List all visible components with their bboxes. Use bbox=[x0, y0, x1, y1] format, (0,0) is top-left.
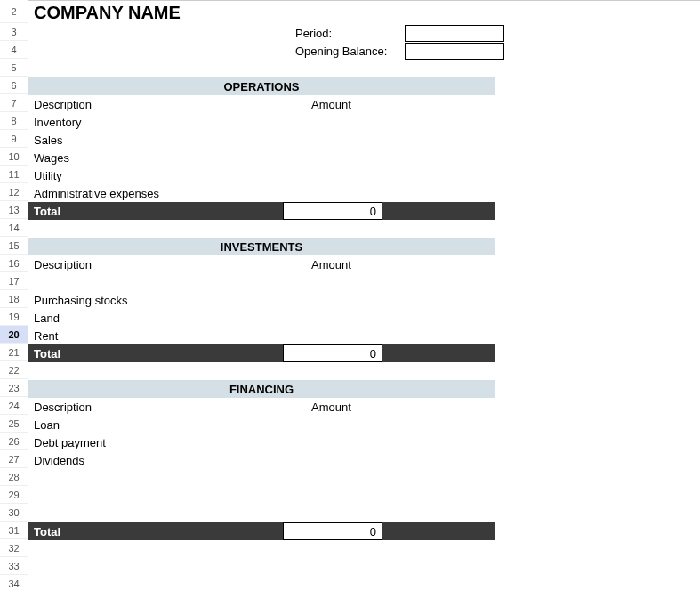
financing-item[interactable]: Debt payment bbox=[28, 433, 700, 451]
row-header[interactable]: 13 bbox=[0, 201, 28, 219]
col-amount: Amount bbox=[311, 401, 351, 414]
row-header[interactable]: 10 bbox=[0, 148, 28, 166]
row-header[interactable]: 19 bbox=[0, 308, 28, 326]
col-amount: Amount bbox=[311, 258, 351, 271]
operations-header: OPERATIONS bbox=[28, 77, 495, 95]
item-label: Loan bbox=[34, 418, 60, 432]
opening-balance-input[interactable] bbox=[405, 43, 504, 60]
row-header[interactable]: 11 bbox=[0, 166, 28, 183]
row-header[interactable]: 23 bbox=[0, 379, 28, 397]
row-header[interactable]: 16 bbox=[0, 255, 28, 272]
total-label: Total bbox=[28, 522, 283, 540]
empty-row[interactable] bbox=[28, 576, 700, 591]
item-label: Debt payment bbox=[34, 436, 106, 449]
row-header[interactable]: 21 bbox=[0, 344, 28, 361]
financing-total-row[interactable]: Total 0 bbox=[28, 522, 495, 540]
row-header[interactable]: 15 bbox=[0, 237, 28, 255]
investments-columns[interactable]: Description Amount bbox=[28, 255, 700, 273]
item-label: Sales bbox=[34, 134, 63, 147]
total-tail bbox=[382, 522, 495, 540]
item-label: Dividends bbox=[34, 454, 84, 467]
sheet-content[interactable]: COMPANY NAME Period: Opening Balance: OP… bbox=[28, 0, 700, 591]
financing-header: FINANCING bbox=[28, 380, 495, 398]
empty-row[interactable] bbox=[28, 220, 700, 238]
row-header[interactable]: 28 bbox=[0, 468, 28, 486]
row-header[interactable]: 5 bbox=[0, 59, 28, 77]
investments-total-value[interactable]: 0 bbox=[283, 344, 382, 362]
row-header-active[interactable]: 20 bbox=[0, 326, 28, 344]
empty-row[interactable] bbox=[28, 540, 700, 558]
operations-total-value[interactable]: 0 bbox=[283, 202, 382, 220]
opening-balance-label: Opening Balance: bbox=[295, 45, 387, 58]
financing-total-value[interactable]: 0 bbox=[283, 522, 382, 540]
spreadsheet: 2 3 4 5 6 7 8 9 10 11 12 13 14 15 16 17 … bbox=[0, 0, 700, 591]
row-header[interactable]: 30 bbox=[0, 504, 28, 522]
financing-item[interactable] bbox=[28, 487, 700, 505]
row-header[interactable]: 32 bbox=[0, 539, 28, 557]
investments-item[interactable]: Rent bbox=[28, 327, 700, 344]
operations-total-row[interactable]: Total 0 bbox=[28, 202, 495, 220]
row-headers: 2 3 4 5 6 7 8 9 10 11 12 13 14 15 16 17 … bbox=[0, 0, 28, 591]
row-header[interactable]: 31 bbox=[0, 522, 28, 539]
financing-item[interactable]: Dividends bbox=[28, 451, 700, 469]
item-label: Rent bbox=[34, 329, 58, 343]
investments-total-row[interactable]: Total 0 bbox=[28, 344, 495, 362]
item-label: Land bbox=[34, 312, 60, 325]
total-label: Total bbox=[28, 202, 283, 220]
financing-item[interactable] bbox=[28, 505, 700, 522]
row-header[interactable]: 3 bbox=[0, 23, 28, 41]
col-amount: Amount bbox=[311, 98, 351, 111]
row-header[interactable]: 26 bbox=[0, 433, 28, 450]
investments-item[interactable]: Purchasing stocks bbox=[28, 291, 700, 309]
operations-item[interactable]: Administrative expenses bbox=[28, 184, 700, 202]
period-row[interactable]: Period: bbox=[28, 24, 700, 42]
row-header[interactable]: 6 bbox=[0, 77, 28, 94]
row-header[interactable]: 12 bbox=[0, 183, 28, 201]
row-header[interactable]: 29 bbox=[0, 486, 28, 504]
row-header[interactable]: 14 bbox=[0, 219, 28, 237]
row-header[interactable]: 17 bbox=[0, 272, 28, 290]
row-header[interactable]: 27 bbox=[0, 450, 28, 468]
item-label: Inventory bbox=[34, 116, 81, 129]
financing-item[interactable] bbox=[28, 469, 700, 487]
operations-item[interactable]: Wages bbox=[28, 149, 700, 166]
row-header[interactable]: 25 bbox=[0, 415, 28, 433]
col-description: Description bbox=[28, 401, 311, 414]
col-description: Description bbox=[28, 98, 311, 111]
operations-item[interactable]: Utility bbox=[28, 166, 700, 184]
investments-item[interactable]: Land bbox=[28, 309, 700, 327]
company-title: COMPANY NAME bbox=[34, 3, 181, 23]
item-label: Purchasing stocks bbox=[34, 294, 128, 307]
empty-row[interactable] bbox=[28, 362, 700, 380]
row-header[interactable]: 8 bbox=[0, 112, 28, 130]
row-header[interactable]: 9 bbox=[0, 130, 28, 148]
item-label: Administrative expenses bbox=[34, 187, 159, 200]
investments-item[interactable] bbox=[28, 273, 700, 291]
title-row[interactable]: COMPANY NAME bbox=[28, 1, 700, 24]
financing-columns[interactable]: Description Amount bbox=[28, 398, 700, 416]
opening-row[interactable]: Opening Balance: bbox=[28, 42, 700, 60]
row-header[interactable]: 24 bbox=[0, 397, 28, 415]
financing-item[interactable]: Loan bbox=[28, 416, 700, 433]
row-header[interactable]: 22 bbox=[0, 361, 28, 379]
operations-item[interactable]: Sales bbox=[28, 131, 700, 149]
investments-header: INVESTMENTS bbox=[28, 238, 495, 255]
period-label: Period: bbox=[295, 27, 332, 40]
row-header[interactable]: 18 bbox=[0, 290, 28, 308]
operations-columns[interactable]: Description Amount bbox=[28, 95, 700, 113]
item-label: Utility bbox=[34, 169, 62, 182]
row-header[interactable]: 7 bbox=[0, 94, 28, 112]
empty-row[interactable] bbox=[28, 60, 700, 77]
col-description: Description bbox=[28, 258, 311, 271]
period-input[interactable] bbox=[405, 25, 504, 42]
item-label: Wages bbox=[34, 151, 69, 165]
row-header[interactable]: 4 bbox=[0, 41, 28, 59]
total-label: Total bbox=[28, 344, 283, 362]
operations-item[interactable]: Inventory bbox=[28, 113, 700, 131]
row-header[interactable]: 33 bbox=[0, 557, 28, 575]
empty-row[interactable] bbox=[28, 558, 700, 576]
total-tail bbox=[382, 202, 495, 220]
row-header[interactable]: 34 bbox=[0, 575, 28, 591]
row-header[interactable]: 2 bbox=[0, 0, 28, 23]
total-tail bbox=[382, 344, 495, 362]
